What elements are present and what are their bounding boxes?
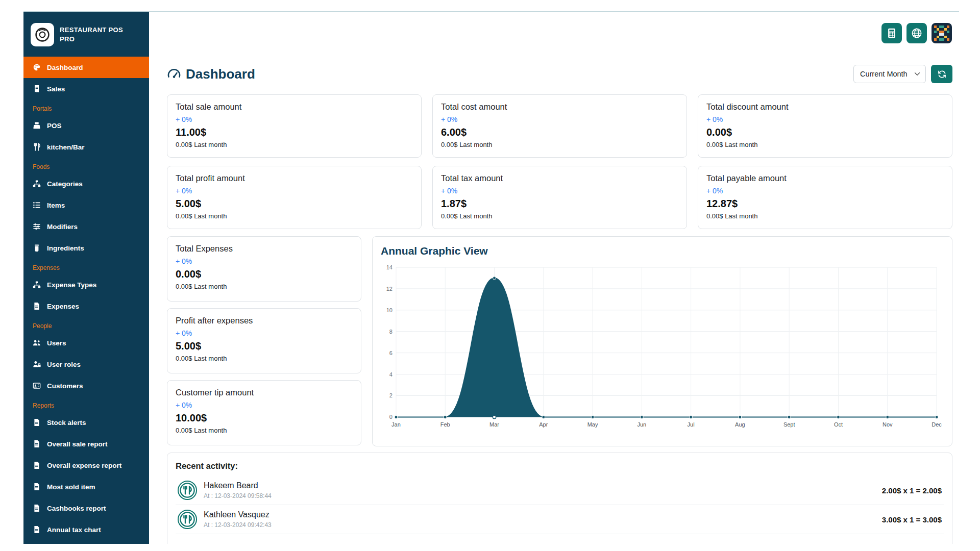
sidebar-item-user-roles[interactable]: User roles — [23, 354, 149, 375]
sidebar-item-label: Annual tax chart — [47, 526, 101, 534]
brand-title: RESTAURANT POS PRO — [60, 26, 123, 43]
svg-text:Mar: Mar — [489, 421, 499, 428]
sidebar-item-label: Categories — [47, 180, 83, 188]
stat-sub: 0.00$ Last month — [176, 141, 413, 148]
stat-value: 5.00$ — [176, 198, 413, 210]
stat-card-total-profit-amount: Total profit amount+ 0%5.00$0.00$ Last m… — [167, 166, 422, 229]
doc-icon — [33, 302, 41, 310]
stat-card-total-discount-amount: Total discount amount+ 0%0.00$0.00$ Last… — [698, 94, 952, 158]
sidebar-section-people: People — [23, 317, 149, 332]
doc-icon — [33, 483, 41, 491]
calculator-button[interactable] — [881, 23, 902, 43]
page-header: Dashboard Current Month — [167, 63, 952, 85]
activity-info: Kathleen VasquezAt : 12-03-2024 09:42:43 — [204, 510, 272, 529]
refresh-button[interactable] — [931, 65, 952, 83]
svg-text:Feb: Feb — [440, 421, 450, 428]
sidebar-item-label: Modifiers — [47, 223, 78, 231]
stat-title: Total sale amount — [176, 102, 413, 112]
sidebar-item-label: Cashbooks report — [47, 505, 106, 512]
activity-info: Hakeem BeardAt : 12-03-2024 09:58:44 — [204, 481, 272, 499]
items-icon — [33, 201, 41, 209]
stat-title: Total payable amount — [706, 173, 944, 183]
activity-row[interactable]: Kathleen VasquezAt : 12-03-2024 09:42:43… — [176, 505, 944, 534]
categories-icon — [33, 180, 41, 188]
sidebar-item-stock-alerts[interactable]: Stock alerts — [23, 412, 149, 433]
stat-sub: 0.00$ Last month — [176, 212, 413, 220]
stat-change: + 0% — [706, 115, 944, 123]
sidebar-menu: DashboardSalesPortalsPOSkitchen/BarFoods… — [23, 57, 149, 540]
activity-row[interactable]: Hakeem BeardAt : 12-03-2024 09:58:442.00… — [176, 476, 944, 505]
stat-sub: 0.00$ Last month — [706, 212, 944, 220]
doc-icon — [33, 440, 41, 448]
doc-icon — [33, 461, 41, 469]
sidebar-item-label: Overall expense report — [47, 462, 121, 469]
calculator-icon — [886, 28, 897, 39]
refresh-icon — [938, 70, 946, 79]
doc-icon — [33, 525, 41, 534]
sidebar-item-label: Ingredients — [47, 244, 84, 252]
stat-sub: 0.00$ Last month — [176, 427, 353, 434]
sidebar-item-pos[interactable]: POS — [23, 115, 149, 136]
sidebar-item-cashbooks-report[interactable]: Cashbooks report — [23, 497, 149, 519]
sidebar-item-dashboard[interactable]: Dashboard — [23, 57, 149, 78]
sidebar-item-sales[interactable]: Sales — [23, 78, 149, 99]
brand-title-line1: RESTAURANT POS — [60, 26, 123, 35]
avatar[interactable] — [932, 23, 952, 43]
stat-value: 11.00$ — [176, 127, 413, 138]
month-filter-select[interactable]: Current Month — [853, 65, 926, 83]
stat-change: + 0% — [176, 257, 353, 265]
sidebar-item-customers[interactable]: Customers — [23, 375, 149, 396]
activity-amount: 2.00$ x 1 = 2.00$ — [882, 486, 942, 495]
plate-icon — [178, 481, 197, 500]
dashboard-content: Dashboard Current Month Total sale amoun… — [149, 55, 959, 544]
sidebar-item-label: Sales — [47, 85, 65, 93]
stat-sub: 0.00$ Last month — [176, 283, 353, 290]
activity-timestamp: At : 12-03-2024 09:42:43 — [204, 521, 272, 529]
globe-icon — [911, 28, 922, 39]
annual-area-chart: 02468101214JanFebMarAprMayJunJulAugSeptO… — [381, 261, 944, 430]
activity-customer-name: Hakeem Beard — [204, 481, 272, 490]
sidebar-item-label: kitchen/Bar — [47, 143, 85, 151]
customers-icon — [33, 382, 41, 390]
stat-change: + 0% — [706, 187, 944, 195]
month-filter-value: Current Month — [860, 70, 908, 78]
language-button[interactable] — [906, 23, 927, 43]
sidebar-item-categories[interactable]: Categories — [23, 173, 149, 194]
sidebar-item-overall-sale-report[interactable]: Overall sale report — [23, 433, 149, 455]
svg-text:Jun: Jun — [638, 421, 647, 428]
sidebar-item-label: Items — [47, 202, 65, 209]
sidebar-item-expenses[interactable]: Expenses — [23, 295, 149, 317]
stat-title: Total Expenses — [176, 244, 353, 254]
stat-change: + 0% — [176, 329, 353, 337]
stat-card-total-sale-amount: Total sale amount+ 0%11.00$0.00$ Last mo… — [167, 94, 422, 158]
activity-customer-name: Kathleen Vasquez — [204, 510, 272, 519]
sidebar-item-kitchen-bar[interactable]: kitchen/Bar — [23, 136, 149, 158]
brand-title-line2: PRO — [60, 35, 123, 44]
sidebar-item-annual-tax-chart[interactable]: Annual tax chart — [23, 519, 149, 540]
activity-amount: 3.00$ x 1 = 3.00$ — [882, 515, 942, 524]
activity-timestamp: At : 12-03-2024 09:58:44 — [204, 492, 272, 499]
sidebar-item-ingredients[interactable]: Ingredients — [23, 237, 149, 259]
stat-title: Profit after expenses — [176, 316, 353, 325]
recent-activity-card: Recent activity: Hakeem BeardAt : 12-03-… — [167, 453, 952, 544]
annual-chart-card: Annual Graphic View 02468101214JanFebMar… — [372, 236, 952, 446]
sidebar-item-expense-types[interactable]: Expense Types — [23, 274, 149, 295]
dashboard-icon — [33, 63, 41, 71]
stat-title: Total tax amount — [441, 173, 678, 183]
svg-text:0: 0 — [389, 414, 393, 420]
stat-change: + 0% — [176, 401, 353, 409]
sidebar-item-modifiers[interactable]: Modifiers — [23, 216, 149, 237]
sidebar-item-overall-expense-report[interactable]: Overall expense report — [23, 455, 149, 476]
stat-value: 1.87$ — [441, 198, 678, 210]
stat-title: Total cost amount — [441, 102, 678, 112]
svg-text:6: 6 — [389, 350, 393, 356]
sidebar-item-items[interactable]: Items — [23, 194, 149, 216]
mid-section: Total Expenses+ 0%0.00$0.00$ Last monthP… — [167, 236, 952, 446]
modifiers-icon — [33, 222, 41, 231]
header-controls: Current Month — [853, 65, 952, 83]
page-title-label: Dashboard — [186, 66, 255, 82]
stat-card-total-payable-amount: Total payable amount+ 0%12.87$0.00$ Last… — [698, 166, 952, 229]
sidebar-item-most-sold-item[interactable]: Most sold item — [23, 476, 149, 497]
stat-value: 0.00$ — [176, 268, 353, 280]
sidebar-item-users[interactable]: Users — [23, 332, 149, 354]
